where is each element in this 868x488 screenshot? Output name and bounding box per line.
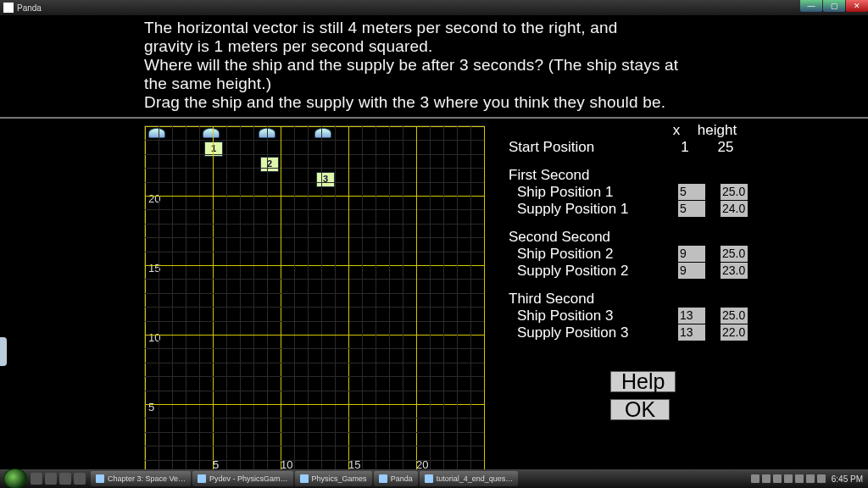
- maximize-button[interactable]: ▢: [823, 0, 845, 12]
- tray-icon[interactable]: [795, 474, 804, 483]
- supply-pos-3-x[interactable]: 13: [678, 324, 705, 341]
- taskbar-item[interactable]: tutorial_4_end_ques…: [420, 471, 519, 486]
- supply-pos-1-h[interactable]: 24.0: [721, 201, 748, 217]
- ship-pos-1-label: Ship Position 1: [517, 184, 678, 200]
- question-line: the same height.): [144, 75, 868, 93]
- window-titlebar: Panda — ▢ ✕: [0, 0, 868, 15]
- question-line: Drag the ship and the supply with the 3 …: [144, 93, 868, 112]
- ship-marker-1[interactable]: [203, 128, 220, 138]
- ship-pos-2-h[interactable]: 25.0: [721, 246, 748, 262]
- question-text: The horizontal vector is still 4 meters …: [0, 15, 868, 117]
- close-button[interactable]: ✕: [846, 0, 868, 12]
- ship-pos-3-h[interactable]: 25.0: [721, 308, 748, 324]
- question-line: gravity is 1 meters per second squared.: [144, 37, 868, 56]
- question-line: Where will the ship and the supply be af…: [144, 56, 868, 75]
- window-title: Panda: [17, 3, 42, 13]
- supply-pos-2-h[interactable]: 23.0: [721, 263, 748, 279]
- start-height: 25: [700, 139, 751, 155]
- taskbar-item[interactable]: Chapter 3: Space Ve…: [91, 471, 191, 486]
- supply-pos-2-x[interactable]: 9: [678, 263, 705, 279]
- supply-token-2[interactable]: 2: [260, 157, 279, 172]
- taskbar-item-label: Pydev - PhysicsGam…: [209, 474, 288, 483]
- clock: 6:45 PM: [832, 474, 863, 484]
- tray-icon[interactable]: [762, 474, 771, 483]
- minimize-button[interactable]: —: [800, 0, 822, 12]
- section-title: Second Second: [509, 229, 843, 245]
- grid-canvas[interactable]: 20 15 10 5 5 10 15 20 1 2 3: [144, 125, 485, 474]
- ship-pos-3-x[interactable]: 13: [678, 308, 705, 324]
- data-panel: x height Start Position 1 25 First Secon…: [492, 119, 868, 483]
- ship-pos-2-x[interactable]: 9: [678, 246, 705, 262]
- tray-icon[interactable]: [817, 474, 826, 483]
- taskbar[interactable]: Chapter 3: Space Ve… Pydev - PhysicsGam……: [0, 469, 868, 488]
- start-x: 1: [670, 139, 700, 155]
- tray-icon[interactable]: [784, 474, 793, 483]
- taskbar-item-label: Panda: [391, 474, 413, 483]
- supply-pos-1-label: Supply Position 1: [517, 201, 678, 217]
- quick-launch[interactable]: [31, 473, 86, 485]
- supply-pos-3-label: Supply Position 3: [517, 324, 678, 341]
- ship-pos-1-x[interactable]: 5: [678, 184, 705, 200]
- taskbar-item[interactable]: Physics_Games: [295, 471, 372, 486]
- ok-button[interactable]: OK: [610, 399, 670, 420]
- side-tab[interactable]: [0, 337, 7, 366]
- question-line: The horizontal vector is still 4 meters …: [144, 19, 868, 37]
- supply-token-3[interactable]: 3: [316, 172, 335, 187]
- tray-icon[interactable]: [751, 474, 760, 483]
- supply-pos-1-x[interactable]: 5: [678, 201, 705, 217]
- tray-icon[interactable]: [773, 474, 782, 483]
- taskbar-item[interactable]: Panda: [374, 471, 418, 486]
- taskbar-item-label: tutorial_4_end_ques…: [437, 474, 514, 483]
- y-axis-label: 5: [148, 401, 154, 413]
- supply-pos-3-h[interactable]: 22.0: [721, 324, 748, 341]
- start-position-label: Start Position: [509, 139, 670, 155]
- column-x: x: [661, 122, 692, 138]
- section-title: First Second: [509, 167, 843, 183]
- section-title: Third Second: [509, 291, 843, 307]
- ship-pos-1-h[interactable]: 25.0: [721, 184, 748, 200]
- column-height: height: [692, 122, 743, 138]
- start-button[interactable]: [3, 469, 27, 488]
- ship-marker-3[interactable]: [314, 128, 331, 138]
- system-tray[interactable]: 6:45 PM: [751, 474, 868, 484]
- taskbar-item-label: Chapter 3: Space Ve…: [108, 474, 186, 483]
- supply-pos-2-label: Supply Position 2: [517, 263, 678, 279]
- ship-marker-0[interactable]: [148, 128, 165, 138]
- tray-icon[interactable]: [806, 474, 815, 483]
- taskbar-item-label: Physics_Games: [312, 474, 367, 483]
- ship-pos-2-label: Ship Position 2: [517, 246, 678, 262]
- taskbar-item[interactable]: Pydev - PhysicsGam…: [192, 471, 293, 486]
- ship-pos-3-label: Ship Position 3: [517, 308, 678, 324]
- help-button[interactable]: Help: [610, 371, 676, 392]
- app-icon: [3, 3, 14, 13]
